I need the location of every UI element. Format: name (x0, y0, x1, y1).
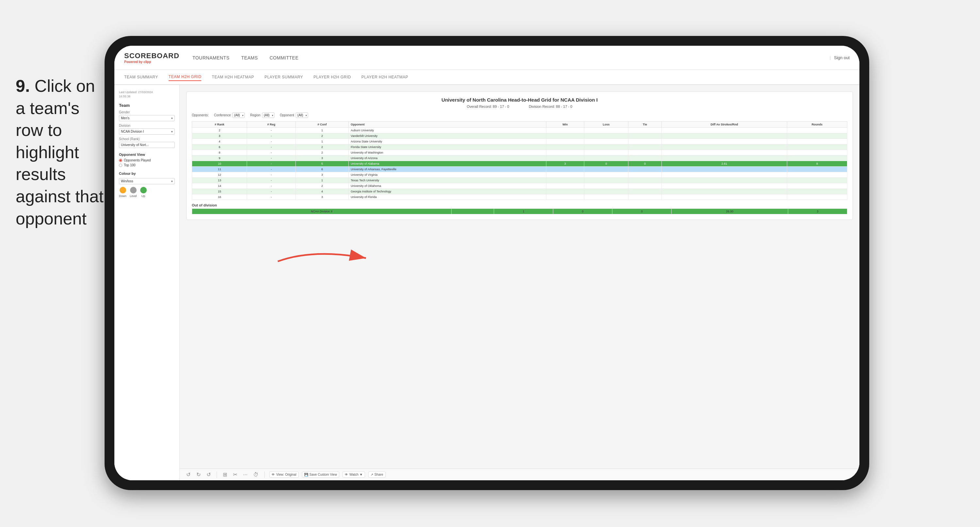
tab-team-h2h-grid[interactable]: TEAM H2H GRID (169, 73, 202, 81)
region-select[interactable]: (All) (262, 112, 275, 118)
gender-label: Gender (119, 110, 175, 114)
sign-out-area: | Sign out (830, 55, 850, 60)
td-win (546, 167, 584, 172)
table-row[interactable]: 15 - 4 Georgia Institute of Technology (192, 189, 847, 194)
opponent-filter-group: Opponent (All) (280, 112, 308, 118)
grid-container: University of North Carolina Head-to-Hea… (186, 91, 853, 220)
td-loss (584, 194, 628, 200)
table-row[interactable]: 2 - 1 Auburn University (192, 128, 847, 133)
school-rank-input[interactable] (119, 142, 175, 148)
td-conf: 2 (295, 183, 348, 189)
td-win (546, 133, 584, 139)
toolbar-reset[interactable]: ↺ (205, 471, 212, 478)
table-row[interactable]: 3 - 2 Vanderbilt University (192, 133, 847, 139)
legend-label-level: Level (130, 194, 137, 197)
table-row[interactable]: 8 - 2 University of Washington (192, 150, 847, 156)
td-tie: 0 (628, 161, 662, 167)
td-rounds (787, 194, 847, 200)
bottom-toolbar: ↺ ↻ ↺ ⊞ ✂ ··· ⏱ 👁 View: Original 💾 (180, 468, 859, 480)
table-row[interactable]: 11 - 6 University of Arkansas, Fayettevi… (192, 167, 847, 172)
tab-team-summary[interactable]: TEAM SUMMARY (124, 73, 158, 81)
table-row[interactable]: 9 - 3 University of Arizona (192, 156, 847, 161)
grid-records: Overall Record: 89 - 17 - 0 Division Rec… (192, 105, 847, 108)
view-original-btn[interactable]: 👁 View: Original (269, 471, 299, 478)
th-win: Win (546, 121, 584, 128)
td-win (546, 183, 584, 189)
sign-out-link[interactable]: Sign out (834, 55, 850, 60)
sub-nav: TEAM SUMMARY TEAM H2H GRID TEAM H2H HEAT… (115, 70, 859, 85)
td-win (546, 172, 584, 178)
left-panel: Last Updated: 27/03/2024 16:55:38 Team G… (115, 85, 180, 480)
region-select-wrapper: (All) (262, 112, 275, 118)
toolbar-div1 (216, 471, 217, 478)
watch-btn[interactable]: 👁 Watch ▼ (342, 471, 365, 478)
td-rounds (787, 167, 847, 172)
toolbar-redo[interactable]: ↻ (195, 471, 202, 478)
td-win (546, 178, 584, 183)
td-rounds (787, 133, 847, 139)
td-diff (662, 150, 787, 156)
region-filter-group: Region (All) (250, 112, 275, 118)
toolbar-dots[interactable]: ··· (242, 471, 249, 478)
conference-select[interactable]: (All) (232, 112, 245, 118)
nav-tournaments[interactable]: TOURNAMENTS (192, 54, 229, 62)
td-rounds: 8 (787, 161, 847, 167)
division-select[interactable]: NCAA Division I (119, 128, 175, 135)
colour-by-select-wrapper: Win/loss (119, 178, 175, 184)
table-row[interactable]: 13 - 1 Texas Tech University (192, 178, 847, 183)
td-diff (662, 156, 787, 161)
table-row[interactable]: 10 - 5 University of Alabama 3 0 0 2.61 … (192, 161, 847, 167)
toolbar-undo[interactable]: ↺ (185, 471, 192, 478)
table-row[interactable]: 16 - 3 University of Florida (192, 194, 847, 200)
radio-top100[interactable]: Top 100 (119, 163, 175, 167)
td-tie (628, 150, 662, 156)
tab-player-h2h-heatmap[interactable]: PLAYER H2H HEATMAP (361, 73, 408, 81)
save-custom-view-btn[interactable]: 💾 Save Custom View (302, 471, 339, 478)
td-rounds (787, 150, 847, 156)
tab-player-summary[interactable]: PLAYER SUMMARY (264, 73, 303, 81)
legend-level: Level (130, 187, 137, 197)
td-rank: 11 (192, 167, 247, 172)
table-row[interactable]: 4 - 1 Arizona State University (192, 139, 847, 145)
td-tie (628, 189, 662, 194)
tab-team-h2h-heatmap[interactable]: TEAM H2H HEATMAP (212, 73, 254, 81)
td-opponent: University of Virginia (349, 172, 546, 178)
td-diff (662, 172, 787, 178)
gender-select[interactable]: Men's (119, 115, 175, 121)
td-conf: 3 (295, 156, 348, 161)
table-row[interactable]: 14 - 2 University of Oklahoma (192, 183, 847, 189)
td-rank: 9 (192, 156, 247, 161)
td-conf: 5 (295, 161, 348, 167)
toolbar-scissors[interactable]: ✂ (232, 471, 239, 478)
toolbar-grid[interactable]: ⊞ (221, 471, 228, 478)
out-of-div-row[interactable]: NCAA Division II 1 0 0 26.00 3 (192, 209, 847, 214)
toolbar-clock[interactable]: ⏱ (252, 471, 260, 478)
td-reg: - (247, 150, 296, 156)
nav-committee[interactable]: COMMITTEE (270, 54, 299, 62)
radio-opponents-played[interactable]: Opponents Played (119, 158, 175, 162)
tab-player-h2h-grid[interactable]: PLAYER H2H GRID (313, 73, 351, 81)
opponent-select[interactable]: (All) (296, 112, 308, 118)
nav-teams[interactable]: TEAMS (241, 54, 258, 62)
th-tie: Tie (628, 121, 662, 128)
td-rank: 6 (192, 145, 247, 150)
nav-links: TOURNAMENTS TEAMS COMMITTEE (192, 54, 830, 62)
share-btn[interactable]: ↗ Share (368, 471, 386, 478)
td-loss (584, 172, 628, 178)
td-diff (662, 139, 787, 145)
legend-circle-down (119, 187, 126, 193)
out-div-win: 1 (494, 209, 553, 214)
td-opponent: University of Oklahoma (349, 183, 546, 189)
table-row[interactable]: 12 - 3 University of Virginia (192, 172, 847, 178)
td-loss (584, 145, 628, 150)
legend-down: Down (119, 187, 126, 197)
td-reg: - (247, 161, 296, 167)
table-row[interactable]: 6 - 2 Florida State University (192, 145, 847, 150)
td-diff (662, 189, 787, 194)
th-diff: Diff Av Strokes/Rnd (662, 121, 787, 128)
opponent-select-wrapper: (All) (296, 112, 308, 118)
td-opponent: University of Florida (349, 194, 546, 200)
legend-label-down: Down (119, 194, 126, 197)
td-diff (662, 133, 787, 139)
colour-by-select[interactable]: Win/loss (119, 178, 175, 184)
